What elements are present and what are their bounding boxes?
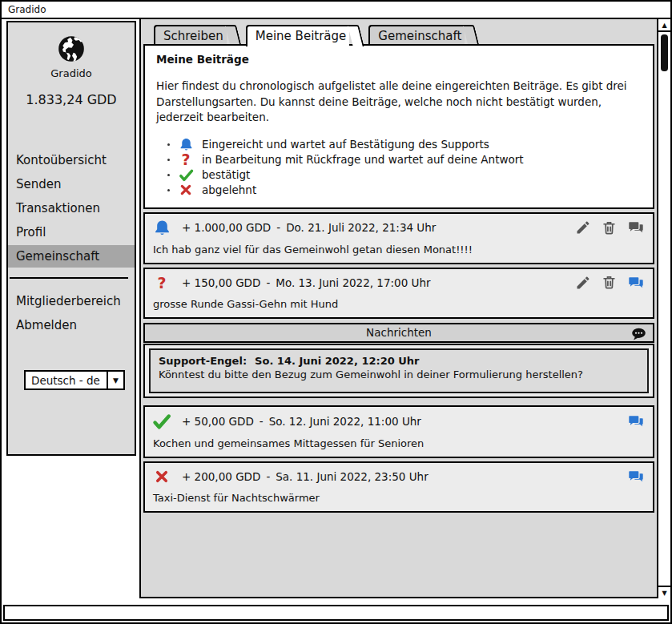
app-window: Gradido Gradido 1.833,24 GDD Kontoübersi… (0, 0, 672, 624)
sidebar: Gradido 1.833,24 GDD Kontoübersicht Send… (6, 21, 136, 456)
contribution-row: + 1.000,00 GDD - Do. 21. Juli 2022, 21:3… (143, 212, 654, 264)
cross-icon (177, 183, 195, 196)
scroll-up-button[interactable]: ▲ (658, 19, 670, 32)
entry-description: Kochen und gemeinsames Mittagessen für S… (153, 437, 645, 449)
legend-label: abgelehnt (202, 183, 256, 198)
status-legend: Eingereicht und wartet auf Bestätigung d… (156, 137, 642, 198)
scroll-down-button[interactable]: ▼ (658, 586, 670, 598)
legend-item: bestätigt (167, 167, 642, 183)
legend-label: Eingereicht und wartet auf Bestätigung d… (202, 137, 489, 152)
entry-date: Sa. 11. Juni 2022, 23:50 Uhr (276, 470, 428, 483)
edit-button[interactable] (575, 219, 591, 236)
sidebar-item-senden[interactable]: Senden (8, 173, 135, 195)
sidebar-item-abmelden[interactable]: Abmelden (8, 314, 135, 336)
bullet (167, 159, 170, 161)
intro-box: Meine Beiträge Hier findest du chronolog… (143, 44, 654, 209)
horizontal-scrollbar[interactable] (3, 605, 669, 621)
legend-item: Eingereicht und wartet auf Bestätigung d… (167, 137, 642, 152)
language-select[interactable]: Deutsch - de ▼ (24, 370, 125, 390)
message-date: So. 14. Juni 2022, 12:20 Uhr (255, 355, 419, 367)
scrollbar-thumb[interactable] (661, 34, 668, 71)
entry-separator: - (266, 470, 270, 483)
entry-date: Do. 21. Juli 2022, 21:34 Uhr (286, 221, 436, 234)
entry-amount: + 200,00 GDD (182, 470, 260, 483)
entry-separator: - (266, 276, 270, 289)
bullet (167, 174, 170, 176)
legend-item: ? in Bearbeitung mit Rückfrage und warte… (167, 152, 642, 167)
tab-gemeinschaft[interactable]: Gemeinschaft (368, 25, 465, 44)
question-icon: ? (177, 152, 195, 167)
edit-button[interactable] (575, 275, 591, 291)
balance-amount: 1.833,24 GDD (8, 92, 135, 107)
sidebar-item-kontouebersicht[interactable]: Kontoübersicht (8, 149, 135, 171)
chat-button[interactable] (627, 468, 645, 485)
window-titlebar: Gradido (2, 2, 670, 19)
tab-schreiben[interactable]: Schreiben (154, 25, 227, 44)
page-title: Meine Beiträge (156, 53, 642, 66)
tab-bar: Schreiben Meine Beiträge Gemeinschaft (154, 25, 657, 44)
message-card: Support-Engel: So. 14. Juni 2022, 12:20 … (149, 348, 649, 393)
delete-button[interactable] (602, 220, 617, 236)
window-title: Gradido (8, 4, 46, 15)
sidebar-item-transaktionen[interactable]: Transaktionen (8, 197, 135, 219)
vertical-scrollbar: ▲ ▼ (658, 19, 670, 598)
entry-amount: + 50,00 GDD (182, 415, 254, 428)
speech-bubble-icon (630, 326, 647, 345)
arrow-down-icon: ▼ (662, 590, 666, 597)
globe-icon (8, 33, 135, 65)
messages-header-title: Nachrichten (366, 326, 432, 339)
legend-label: bestätigt (202, 167, 250, 183)
content-area: Gradido 1.833,24 GDD Kontoübersicht Send… (2, 19, 670, 603)
bell-icon (177, 137, 195, 152)
chat-button[interactable] (627, 219, 645, 236)
intro-description: Hier findest du chronologisch aufgeliste… (156, 79, 637, 126)
chevron-down-icon: ▼ (107, 372, 123, 388)
entry-separator: - (260, 415, 264, 428)
sidebar-item-gemeinschaft[interactable]: Gemeinschaft (8, 245, 135, 268)
entry-description: Taxi-Dienst für Nachtschwärmer (153, 492, 645, 504)
contribution-row: ? + 150,00 GDD - Mo. 13. Juni 2022, 17:0… (143, 268, 654, 319)
question-icon: ? (151, 274, 172, 292)
entry-date: Mo. 13. Juni 2022, 17:00 Uhr (276, 276, 430, 289)
bullet (167, 143, 170, 146)
legend-item: abgelehnt (167, 183, 642, 198)
message-author: Support-Engel: (159, 355, 247, 367)
entry-description: grosse Runde Gassi-Gehn mit Hund (153, 298, 645, 310)
sidebar-divider (10, 277, 128, 279)
check-icon (151, 412, 172, 431)
entry-date: So. 12. Juni 2022, 11:00 Uhr (269, 415, 421, 428)
messages-header[interactable]: Nachrichten (143, 323, 654, 343)
chat-button[interactable] (627, 274, 645, 292)
app-logo-label: Gradido (8, 67, 135, 79)
entry-separator: - (276, 221, 280, 234)
check-icon (177, 167, 195, 183)
language-select-value: Deutsch - de (26, 372, 107, 388)
cross-icon (151, 469, 172, 484)
sidebar-item-profil[interactable]: Profil (8, 221, 135, 244)
main-panel: Schreiben Meine Beiträge Gemeinschaft Me… (139, 19, 658, 598)
arrow-up-icon: ▲ (662, 22, 666, 29)
contribution-row: + 200,00 GDD - Sa. 11. Juni 2022, 23:50 … (143, 461, 654, 513)
sidebar-nav: Kontoübersicht Senden Transaktionen Prof… (8, 149, 135, 268)
bell-icon (151, 219, 172, 237)
entry-amount: + 1.000,00 GDD (182, 221, 271, 234)
delete-button[interactable] (602, 275, 617, 290)
messages-panel: Support-Engel: So. 14. Juni 2022, 12:20 … (143, 344, 654, 398)
chat-button[interactable] (627, 413, 645, 430)
entry-amount: + 150,00 GDD (182, 276, 260, 289)
logo-area: Gradido (8, 22, 135, 79)
entry-description: Ich hab ganz viel für das Gemeinwohl get… (153, 244, 645, 256)
contribution-row: + 50,00 GDD - So. 12. Juni 2022, 11:00 U… (143, 405, 654, 458)
message-text: Könntest du bitte den Bezug zum Gemeinwo… (159, 368, 639, 380)
tab-meine-beitraege[interactable]: Meine Beiträge (246, 25, 350, 46)
bullet (167, 189, 170, 191)
sidebar-item-mitgliederbereich[interactable]: Mitgliederbereich (8, 290, 135, 312)
legend-label: in Bearbeitung mit Rückfrage und wartet … (202, 152, 524, 167)
